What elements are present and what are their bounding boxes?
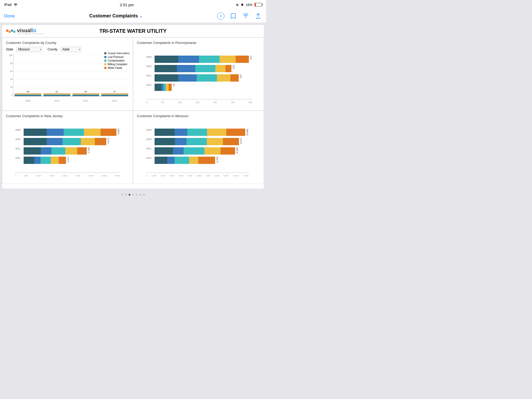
- filter-row: State Missouri Pennsylvania New Jersey C…: [6, 47, 129, 52]
- chart-title-bottom-right: Customer Complaints in Missouri: [137, 114, 260, 118]
- dashboard-grid: Customer Complaints by County State Miss…: [2, 37, 264, 184]
- state-label: State: [6, 48, 13, 51]
- chart-title-top-left: Customer Complaints by County: [6, 41, 129, 45]
- hbar-chart-pennsylvania: 2009 311 2010: [137, 47, 260, 105]
- hbar-row-pa-2012: 2012 50: [146, 84, 252, 91]
- bookmark-button[interactable]: [230, 12, 237, 20]
- hbar-chart-mo: 2009 10,881 2010: [137, 120, 260, 178]
- main-content: visualbi LOOK FORWARD. THINK AHEAD. TRI-…: [2, 25, 264, 189]
- chart-panel-top-left: Customer Complaints by County State Miss…: [2, 37, 133, 111]
- dashboard-title: TRI-STATE WATER UTILITY: [99, 28, 167, 34]
- chevron-down-icon[interactable]: ⌄: [139, 14, 143, 18]
- chart-panel-top-right: Customer Complaints in Pennsylvania 2009: [133, 37, 264, 111]
- hbar-row-nj-2012: 2012 1,571: [15, 157, 120, 164]
- page-dot-1[interactable]: [121, 194, 123, 196]
- logo-tagline: LOOK FORWARD. THINK AHEAD.: [17, 33, 44, 35]
- county-select-wrap[interactable]: Adair: [61, 47, 81, 52]
- hbar-row-mo-2011: 2011 8,565: [146, 147, 249, 155]
- device-label: iPad: [4, 3, 11, 7]
- nav-bar: Done Customer Complaints ⌄ i: [0, 9, 266, 23]
- bar-group-2011: 65: [72, 90, 99, 96]
- dashboard-header: visualbi LOOK FORWARD. THINK AHEAD. TRI-…: [2, 25, 264, 37]
- nav-title: Customer Complaints ⌄: [89, 13, 143, 19]
- vbar-chart: 020406080100 89: [6, 54, 129, 102]
- bar-group-2009: 89: [15, 90, 41, 96]
- logo: visualbi LOOK FORWARD. THINK AHEAD.: [6, 28, 44, 35]
- page-dot-4[interactable]: [132, 194, 134, 196]
- info-button[interactable]: i: [217, 12, 224, 20]
- bluetooth-icon: ✱: [241, 3, 244, 7]
- hbar-row-mo-2009: 2009 10,881: [146, 129, 249, 136]
- filter-button[interactable]: [242, 12, 249, 20]
- share-button[interactable]: [255, 12, 262, 20]
- page-dot-5[interactable]: [136, 194, 138, 196]
- chart-panel-bottom-right: Customer Complaints in Missouri 2009: [133, 111, 264, 184]
- hbar-row-nj-2011: 2011 2,346: [15, 147, 120, 155]
- state-select-wrap[interactable]: Missouri Pennsylvania New Jersey: [16, 47, 42, 52]
- hbar-row-nj-2010: 2010 3,073: [15, 138, 120, 145]
- page-dot-6[interactable]: [139, 194, 141, 196]
- chart-panel-bottom-left: Customer Complaints in New Jersey 2009: [2, 111, 133, 184]
- hbar-row-pa-2011: 2011 247: [146, 74, 252, 82]
- chart-title-bottom-left: Customer Complaints in New Jersey: [6, 114, 129, 118]
- hbar-row-mo-2012: 2012 6,442: [146, 157, 249, 164]
- hbar-chart-nj: 2009 3,883 2010: [6, 120, 129, 178]
- page-dots: [0, 191, 266, 198]
- done-button[interactable]: Done: [4, 14, 15, 19]
- hbar-row-nj-2009: 2009 3,883: [15, 129, 120, 136]
- page-dot-3[interactable]: [129, 194, 130, 196]
- hbar-row-pa-2010: 2010 226: [146, 65, 252, 72]
- state-select[interactable]: Missouri Pennsylvania New Jersey: [16, 47, 42, 52]
- nav-actions: i: [217, 12, 262, 20]
- airplay-icon: ⊕: [236, 3, 239, 7]
- county-label: County: [48, 48, 57, 51]
- county-select[interactable]: Adair: [61, 47, 81, 52]
- battery-icon: [255, 3, 262, 6]
- chart-title-top-right: Customer Complaints in Pennsylvania: [137, 41, 260, 45]
- page-dot-2[interactable]: [125, 194, 127, 196]
- wifi-icon: [14, 3, 18, 7]
- hbar-row-mo-2010: 2010 8,974: [146, 138, 249, 145]
- bar-group-2012: 47: [101, 90, 128, 96]
- page-dot-7[interactable]: [143, 194, 145, 196]
- time-display: 2:51 pm: [120, 3, 134, 7]
- battery-percent: 16%: [246, 3, 252, 7]
- status-bar: iPad 2:51 pm ⊕ ✱ 16%: [0, 0, 266, 9]
- hbar-row-pa-2009: 2009 311: [146, 56, 252, 63]
- bar-group-2010: 62: [43, 90, 70, 96]
